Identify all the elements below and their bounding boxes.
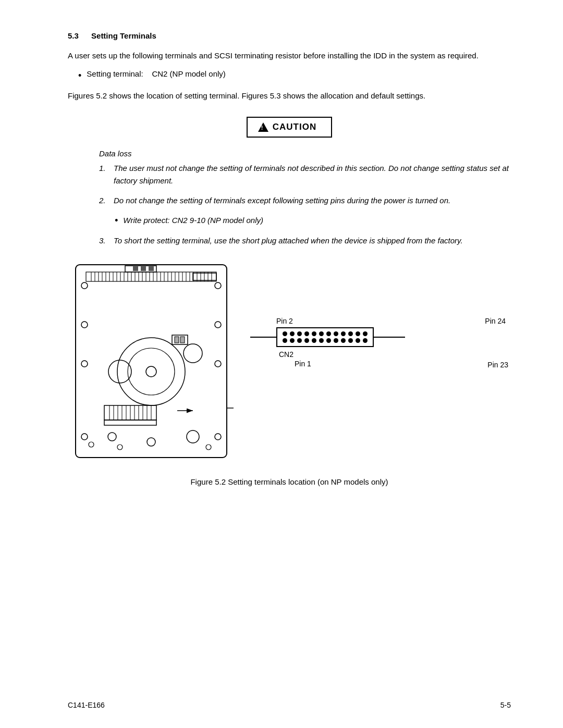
sub-bullet-text: Write protect: CN2 9-10 (NP model only): [123, 214, 263, 227]
pin-dot: [304, 331, 309, 336]
cn2-label: CN2: [279, 350, 311, 359]
svg-point-75: [206, 445, 211, 450]
bullet-label: Setting terminal:: [87, 69, 143, 82]
svg-point-42: [215, 282, 221, 289]
pin24-label: Pin 24: [485, 317, 506, 325]
svg-point-66: [128, 348, 175, 395]
connector-right-line: [374, 337, 405, 338]
svg-point-41: [81, 282, 88, 289]
caution-data-loss: Data loss: [99, 149, 511, 158]
caution-text-1: The user must not change the setting of …: [114, 162, 511, 187]
pin-dot: [290, 338, 295, 343]
svg-point-48: [215, 434, 221, 440]
sub-bullet-dot: •: [115, 214, 118, 227]
pin-dot: [304, 338, 309, 343]
caution-box: CAUTION: [247, 117, 332, 138]
pin-dot: [363, 331, 368, 336]
pin-dot: [356, 331, 360, 336]
svg-point-67: [146, 366, 156, 377]
pin2-label: Pin 2: [276, 317, 293, 325]
pin-dot: [326, 331, 331, 336]
bullet-value: CN2 (NP model only): [152, 69, 225, 82]
pin-dot: [348, 338, 353, 343]
pin-dot: [326, 338, 331, 343]
pin-dot: [341, 338, 346, 343]
svg-point-70: [187, 430, 199, 443]
pin-dot: [283, 331, 287, 336]
pin-block: [276, 327, 374, 347]
pin-dot: [283, 338, 287, 343]
svg-point-71: [108, 433, 116, 441]
figure-caption: Figure 5.2 Setting terminals location (o…: [68, 477, 511, 486]
caution-num-1: 1.: [99, 162, 108, 187]
figures-text: Figures 5.2 shows the location of settin…: [68, 90, 511, 102]
intro-paragraph: A user sets up the following terminals a…: [68, 50, 511, 62]
section-heading: 5.3 Setting Terminals: [68, 31, 511, 40]
caution-num-3: 3.: [99, 235, 108, 247]
caution-num-2: 2.: [99, 194, 108, 207]
page: 5.3 Setting Terminals A user sets up the…: [0, 0, 563, 728]
caution-text-2: Do not change the setting of terminals e…: [114, 194, 450, 207]
pin-top-labels: Pin 2 Pin 24: [250, 317, 511, 327]
svg-rect-0: [76, 265, 227, 458]
pin-row-bottom: [283, 338, 368, 343]
svg-point-72: [147, 438, 155, 446]
pin-dot: [348, 331, 353, 336]
pin-bottom-labels: CN2 Pin 1 Pin 23: [250, 347, 511, 369]
footer: C141-E166 5-5: [68, 701, 511, 709]
svg-point-43: [81, 322, 88, 328]
caution-section: Data loss 1. The user must not change th…: [68, 149, 511, 247]
svg-point-46: [215, 361, 221, 367]
pin-dot: [341, 331, 346, 336]
figure-area: Pin 2 Pin 24: [68, 260, 511, 468]
svg-rect-50: [175, 337, 179, 343]
pin-dot: [297, 331, 302, 336]
svg-rect-2: [133, 266, 138, 271]
bottom-label-row: CN2 Pin 1 Pin 23: [276, 350, 511, 369]
svg-point-69: [183, 344, 202, 363]
connector-body: [250, 327, 511, 347]
pin-dot: [334, 338, 338, 343]
bullet-dot: •: [78, 69, 81, 82]
pin-dot: [319, 331, 324, 336]
pin-dot: [356, 338, 360, 343]
caution-label: CAUTION: [273, 122, 316, 132]
svg-point-45: [81, 361, 88, 367]
pin-dot: [334, 331, 338, 336]
caution-item-1: 1. The user must not change the setting …: [99, 162, 511, 187]
pin-dot: [312, 331, 316, 336]
svg-point-73: [89, 442, 94, 447]
section-number: 5.3: [68, 31, 79, 40]
footer-left: C141-E166: [68, 701, 105, 709]
svg-rect-3: [141, 266, 146, 271]
section-title: Setting Terminals: [91, 31, 156, 40]
caution-sub-bullet: • Write protect: CN2 9-10 (NP model only…: [99, 214, 511, 227]
pin-dot: [290, 331, 295, 336]
pin-dot: [297, 338, 302, 343]
svg-point-74: [117, 445, 123, 450]
connector-left-line: [250, 337, 276, 338]
caution-text-3: To short the setting terminal, use the s…: [114, 235, 463, 247]
caution-wrapper: CAUTION: [68, 117, 511, 138]
connector-diagram: Pin 2 Pin 24: [250, 260, 511, 369]
pin-dot: [312, 338, 316, 343]
svg-rect-64: [104, 420, 156, 425]
hdd-diagram: [68, 260, 235, 468]
svg-point-47: [81, 434, 88, 440]
bullet-setting-terminal: • Setting terminal: CN2 (NP model only): [68, 69, 511, 82]
pin-row-top: [283, 331, 368, 336]
cn2-pin1-group: CN2 Pin 1: [279, 350, 311, 369]
svg-point-44: [215, 322, 221, 328]
caution-triangle-icon: [258, 122, 268, 132]
svg-rect-4: [149, 266, 154, 271]
pin-dot: [319, 338, 324, 343]
pin23-label: Pin 23: [487, 350, 508, 369]
svg-rect-51: [180, 337, 185, 343]
pin1-label: Pin 1: [279, 360, 311, 368]
caution-item-3: 3. To short the setting terminal, use th…: [99, 235, 511, 247]
caution-item-2: 2. Do not change the setting of terminal…: [99, 194, 511, 207]
pin-dot: [363, 338, 368, 343]
footer-right: 5-5: [500, 701, 511, 709]
